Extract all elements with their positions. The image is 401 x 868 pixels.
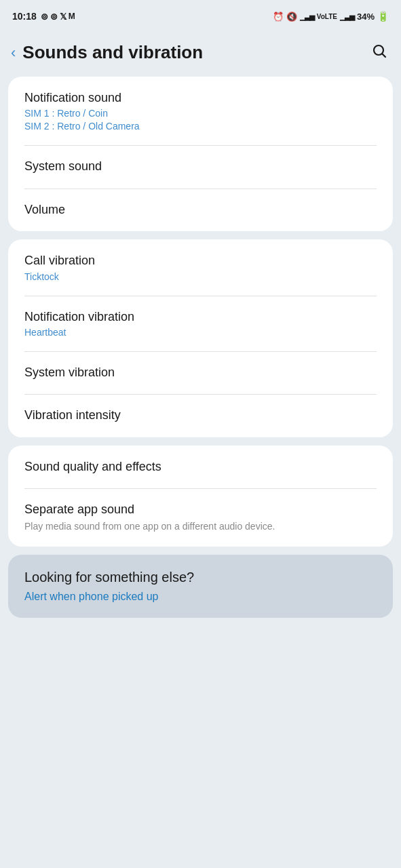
notification-sound-sim2: SIM 2 : Retro / Old Camera (24, 121, 377, 132)
volume-title: Volume (24, 202, 377, 218)
status-bar: 10:18 ⊚ ⊚ 𝕏 M ⏰ 🔇 ▁▃▅ VoLTE ▁▃▅ 34% 🔋 (0, 0, 401, 30)
sound-quality-title: Sound quality and effects (24, 459, 377, 475)
page-header: ‹ Sounds and vibration (0, 30, 401, 77)
alert-pickup-link[interactable]: Alert when phone picked up (24, 591, 377, 603)
alarm-icon: ⏰ (273, 12, 284, 22)
search-button[interactable] (371, 43, 387, 63)
header-left: ‹ Sounds and vibration (11, 42, 203, 63)
back-button[interactable]: ‹ (11, 44, 16, 62)
call-vibration-value: Ticktock (24, 271, 377, 282)
signal-icon: ▁▃▅ (300, 12, 314, 21)
call-vibration-title: Call vibration (24, 253, 377, 269)
battery-icon: 🔋 (377, 11, 389, 22)
system-sound-row[interactable]: System sound (8, 145, 393, 188)
svg-line-1 (383, 54, 386, 57)
notification-sound-title: Notification sound (24, 90, 377, 106)
time-display: 10:18 (12, 11, 37, 22)
volte-label: VoLTE (317, 13, 337, 20)
signal2-icon: ▁▃▅ (340, 12, 354, 21)
separate-app-row[interactable]: Separate app sound Play media sound from… (8, 488, 393, 547)
notification-vibration-value: Heartbeat (24, 327, 377, 338)
status-time: 10:18 ⊚ ⊚ 𝕏 M (12, 11, 75, 22)
instagram-icon: ⊚ (41, 12, 48, 22)
system-sound-title: System sound (24, 159, 377, 174)
sound-quality-row[interactable]: Sound quality and effects (8, 446, 393, 488)
volume-row[interactable]: Volume (8, 189, 393, 231)
call-vibration-row[interactable]: Call vibration Ticktock (8, 239, 393, 295)
system-vibration-title: System vibration (24, 365, 377, 380)
looking-title: Looking for something else? (24, 570, 377, 585)
gmail-icon: M (69, 12, 75, 21)
vibration-intensity-row[interactable]: Vibration intensity (8, 394, 393, 437)
separate-app-subtitle: Play media sound from one app on a diffe… (24, 520, 377, 534)
looking-section: Looking for something else? Alert when p… (8, 555, 393, 618)
vibration-section-card: Call vibration Ticktock Notification vib… (8, 239, 393, 437)
quality-section-card: Sound quality and effects Separate app s… (8, 446, 393, 547)
notification-vibration-row[interactable]: Notification vibration Heartbeat (8, 296, 393, 351)
notification-vibration-title: Notification vibration (24, 309, 377, 325)
separate-app-title: Separate app sound (24, 502, 377, 517)
status-indicators: ⏰ 🔇 ▁▃▅ VoLTE ▁▃▅ 34% 🔋 (273, 11, 389, 22)
notification-sound-sim1: SIM 1 : Retro / Coin (24, 108, 377, 119)
notification-icons: ⊚ ⊚ 𝕏 M (41, 12, 75, 22)
system-vibration-row[interactable]: System vibration (8, 351, 393, 394)
sound-section-card: Notification sound SIM 1 : Retro / Coin … (8, 77, 393, 231)
page-title: Sounds and vibration (22, 42, 203, 63)
battery-display: 34% (357, 12, 375, 22)
vibration-intensity-title: Vibration intensity (24, 408, 377, 423)
mute-icon: 🔇 (286, 12, 297, 22)
notification-sound-row[interactable]: Notification sound SIM 1 : Retro / Coin … (8, 77, 393, 145)
instagram2-icon: ⊚ (50, 12, 58, 22)
twitter-icon: 𝕏 (60, 12, 66, 22)
